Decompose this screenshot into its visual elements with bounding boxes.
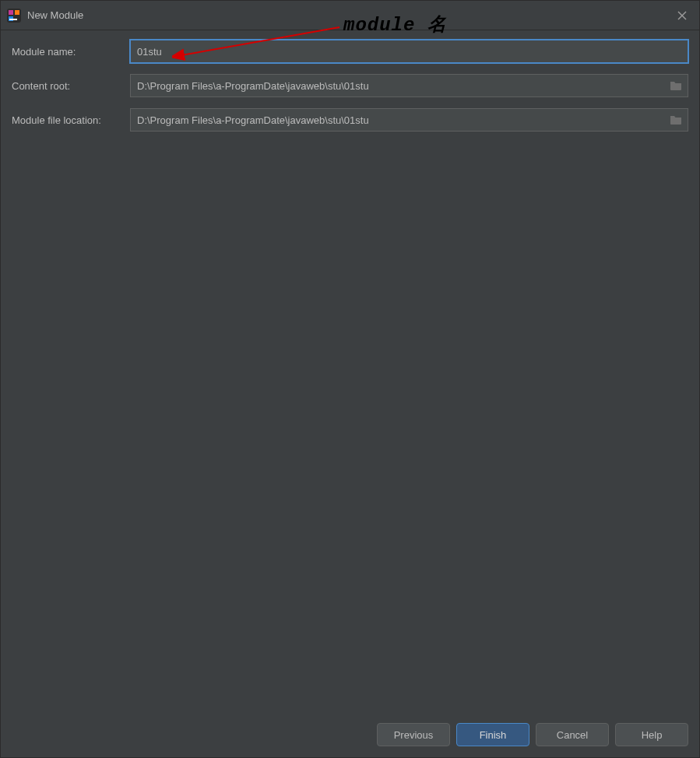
previous-button[interactable]: Previous bbox=[377, 723, 450, 746]
svg-rect-4 bbox=[9, 19, 17, 20]
row-content-root: Content root: bbox=[12, 74, 688, 97]
folder-icon bbox=[670, 80, 682, 91]
field-wrap-module-file-location bbox=[130, 108, 688, 132]
browse-module-file-location-button[interactable] bbox=[670, 114, 682, 125]
dialog-content: Module name: Content root: Module file l… bbox=[1, 30, 699, 152]
label-content-root: Content root: bbox=[12, 80, 130, 92]
input-module-name[interactable] bbox=[130, 40, 688, 63]
svg-rect-2 bbox=[15, 10, 19, 15]
input-content-root[interactable] bbox=[130, 74, 688, 97]
app-icon bbox=[7, 9, 21, 23]
label-module-name: Module name: bbox=[12, 46, 130, 58]
cancel-button[interactable]: Cancel bbox=[536, 723, 609, 746]
annotation-label: module 名 bbox=[343, 12, 447, 37]
folder-icon bbox=[670, 114, 682, 125]
finish-button[interactable]: Finish bbox=[456, 723, 529, 746]
dialog-button-bar: Previous Finish Cancel Help bbox=[377, 723, 688, 746]
input-module-file-location[interactable] bbox=[130, 108, 688, 132]
close-button[interactable] bbox=[671, 5, 693, 26]
help-button[interactable]: Help bbox=[615, 723, 688, 746]
field-wrap-content-root bbox=[130, 74, 688, 97]
field-wrap-module-name bbox=[130, 40, 688, 63]
close-icon bbox=[677, 11, 687, 20]
window-title: New Module bbox=[27, 9, 83, 21]
browse-content-root-button[interactable] bbox=[670, 80, 682, 91]
label-module-file-location: Module file location: bbox=[12, 114, 130, 126]
row-module-name: Module name: bbox=[12, 40, 688, 63]
row-module-file-location: Module file location: bbox=[12, 108, 688, 132]
svg-rect-1 bbox=[9, 10, 13, 15]
